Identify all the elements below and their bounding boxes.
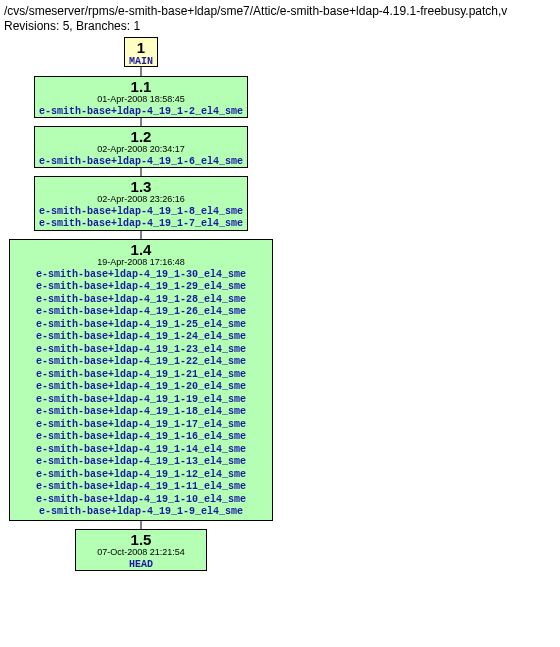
revisions-summary: Revisions: 5, Branches: 1 (4, 19, 556, 33)
file-path: /cvs/smeserver/rpms/e-smith-base+ldap/sm… (4, 4, 556, 18)
node-1-4-tag-11: e-smith-base+ldap-4_19_1-18_el4_sme (10, 406, 272, 419)
node-1-5-date: 07-Oct-2008 21:21:54 (76, 548, 206, 558)
node-1-4-tag-12: e-smith-base+ldap-4_19_1-17_el4_sme (10, 419, 272, 432)
node-1-3-ver: 1.3 (35, 177, 247, 194)
node-main-ver: 1 (125, 38, 157, 55)
node-1-4-tag-7: e-smith-base+ldap-4_19_1-22_el4_sme (10, 356, 272, 369)
connector-13-14 (141, 231, 142, 239)
node-1-4-tag-19: e-smith-base+ldap-4_19_1-9_el4_sme (10, 506, 272, 519)
connector-main-11 (141, 67, 142, 76)
node-1-1[interactable]: 1.1 01-Apr-2008 18:58:45 e-smith-base+ld… (34, 76, 248, 118)
node-1-1-ver: 1.1 (35, 77, 247, 94)
node-1-3-date: 02-Apr-2008 23:26:16 (35, 195, 247, 205)
node-1-4-tag-8: e-smith-base+ldap-4_19_1-21_el4_sme (10, 369, 272, 382)
node-1-4-ver: 1.4 (10, 240, 272, 257)
connector-11-12 (141, 118, 142, 126)
node-1-1-tag-0: e-smith-base+ldap-4_19_1-2_el4_sme (35, 106, 247, 119)
node-1-2-ver: 1.2 (35, 127, 247, 144)
node-main[interactable]: 1 MAIN (124, 37, 158, 67)
node-1-4-tag-10: e-smith-base+ldap-4_19_1-19_el4_sme (10, 394, 272, 407)
node-1-3-tag-0: e-smith-base+ldap-4_19_1-8_el4_sme (35, 206, 247, 219)
revision-graph: 1 MAIN 1.1 01-Apr-2008 18:58:45 e-smith-… (4, 33, 556, 643)
connector-14-15 (141, 521, 142, 529)
node-1-4-date: 19-Apr-2008 17:16:48 (10, 258, 272, 268)
node-1-4-tag-4: e-smith-base+ldap-4_19_1-25_el4_sme (10, 319, 272, 332)
node-1-3[interactable]: 1.3 02-Apr-2008 23:26:16 e-smith-base+ld… (34, 176, 248, 231)
node-1-4-tag-0: e-smith-base+ldap-4_19_1-30_el4_sme (10, 269, 272, 282)
node-1-4-tag-13: e-smith-base+ldap-4_19_1-16_el4_sme (10, 431, 272, 444)
node-1-4-tag-17: e-smith-base+ldap-4_19_1-11_el4_sme (10, 481, 272, 494)
node-1-4-tag-14: e-smith-base+ldap-4_19_1-14_el4_sme (10, 444, 272, 457)
node-1-4-tag-18: e-smith-base+ldap-4_19_1-10_el4_sme (10, 494, 272, 507)
node-1-5-ver: 1.5 (76, 530, 206, 547)
node-1-4[interactable]: 1.4 19-Apr-2008 17:16:48 e-smith-base+ld… (9, 239, 273, 521)
node-1-5[interactable]: 1.5 07-Oct-2008 21:21:54 HEAD (75, 529, 207, 571)
node-1-1-date: 01-Apr-2008 18:58:45 (35, 95, 247, 105)
node-1-4-tag-15: e-smith-base+ldap-4_19_1-13_el4_sme (10, 456, 272, 469)
connector-12-13 (141, 168, 142, 176)
node-1-3-tag-1: e-smith-base+ldap-4_19_1-7_el4_sme (35, 218, 247, 231)
node-1-4-tag-9: e-smith-base+ldap-4_19_1-20_el4_sme (10, 381, 272, 394)
node-1-4-tag-3: e-smith-base+ldap-4_19_1-26_el4_sme (10, 306, 272, 319)
node-1-4-tag-16: e-smith-base+ldap-4_19_1-12_el4_sme (10, 469, 272, 482)
node-1-2-tag-0: e-smith-base+ldap-4_19_1-6_el4_sme (35, 156, 247, 169)
node-1-4-tag-6: e-smith-base+ldap-4_19_1-23_el4_sme (10, 344, 272, 357)
node-1-4-tag-1: e-smith-base+ldap-4_19_1-29_el4_sme (10, 281, 272, 294)
node-1-4-tag-5: e-smith-base+ldap-4_19_1-24_el4_sme (10, 331, 272, 344)
node-1-5-tag-0: HEAD (76, 559, 206, 572)
node-1-2[interactable]: 1.2 02-Apr-2008 20:34:17 e-smith-base+ld… (34, 126, 248, 168)
node-1-4-tag-2: e-smith-base+ldap-4_19_1-28_el4_sme (10, 294, 272, 307)
node-1-2-date: 02-Apr-2008 20:34:17 (35, 145, 247, 155)
